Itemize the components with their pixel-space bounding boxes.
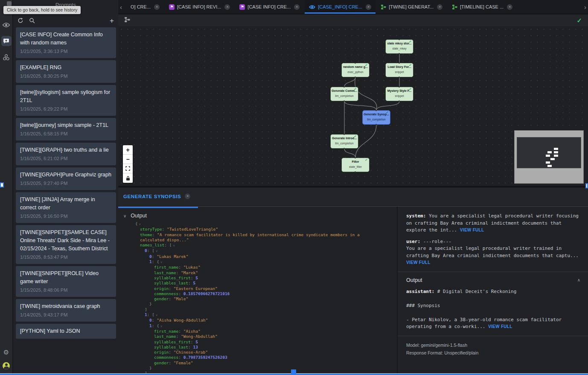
graph-node[interactable]: ✓random name g...exec_python — [341, 63, 370, 77]
close-icon[interactable]: × — [294, 4, 300, 10]
minimap-node — [554, 155, 558, 157]
graph-node[interactable]: ✓Generate Synop...llm_completion — [362, 110, 390, 125]
json-line: gender: "Male" — [118, 296, 380, 302]
selection-handle-left[interactable] — [0, 182, 4, 188]
tab-generate-synopsis[interactable]: GENERATE SYNOPSIS × — [123, 193, 190, 199]
minimap[interactable] — [514, 130, 584, 184]
history-tooltip: Click to go back, hold to see history — [3, 6, 81, 14]
tab--timeline-case-[interactable]: [TIMELINE] CASE ...× — [448, 0, 517, 14]
close-icon[interactable]: × — [154, 4, 160, 10]
json-token-pn: [ — [152, 312, 154, 317]
prompt-list-item[interactable]: [twine][journey] simple sample - 2T1L1/1… — [16, 118, 116, 141]
json-token-key: first_name — [154, 265, 178, 270]
json-line: first_name: "Lukas" — [118, 265, 380, 270]
json-token-key: syllables_first — [154, 275, 191, 280]
json-token-key: syllables_first — [154, 340, 191, 344]
bottom-section: GENERATE SYNOPSIS × ∨ Output {∨storyType… — [118, 186, 588, 375]
zoom-out-button[interactable]: − — [123, 155, 133, 164]
json-token-key: storyType — [140, 227, 162, 231]
graph-knot-nav-icon[interactable] — [1, 52, 12, 62]
json-token-pn: { — [157, 323, 159, 328]
prompt-list-item[interactable]: [twine][syllogism] sample syllogism for … — [16, 85, 116, 116]
view-full-link[interactable]: VIEW FULL — [406, 260, 431, 265]
json-token-chev: ∨ — [160, 261, 162, 264]
json-line: theme: "A romance scam facilitator is ki… — [118, 232, 380, 243]
fit-view-button[interactable] — [123, 164, 133, 173]
close-icon[interactable]: × — [224, 4, 230, 10]
json-token-pn: : — [178, 329, 183, 334]
graph-node[interactable]: ✓Generate Comm...llm_completion — [330, 87, 358, 101]
right-output-header[interactable]: Output ∧ — [406, 277, 580, 283]
json-token-pn: : — [169, 350, 173, 354]
prompt-list-item[interactable]: [TWINE][GRAPH]Pure Graphviz graph1/15/20… — [16, 167, 116, 190]
json-token-str: "Wong-Abdullah" — [181, 334, 218, 339]
prompt-list-item[interactable]: [PYTHON] Yaml to JSON — [16, 324, 116, 339]
prompt-list-item[interactable]: [TWINE][SNIPPET][ROLE] Video game writer… — [16, 266, 116, 297]
node-check-icon: ✓ — [386, 111, 389, 114]
json-token-str: "A romance scam facilitator is killed by… — [140, 232, 362, 242]
tab--case-info-cre-[interactable]: ⚑[CASE INFO] CRE...× — [235, 0, 304, 14]
prompt-item-title: [TWINE] [JINJA] Array merge in correct o… — [20, 196, 112, 212]
graph-node[interactable]: ✓Generate Introd...llm_completion — [330, 134, 358, 149]
icon-rail: ⚙ — [0, 0, 13, 375]
zoom-in-button[interactable]: + — [123, 145, 133, 155]
close-icon[interactable]: × — [185, 193, 190, 199]
lock-button[interactable] — [123, 173, 133, 183]
tab-o-cre-[interactable]: O] CRE...× — [124, 0, 164, 14]
close-icon[interactable]: × — [507, 4, 512, 10]
json-token-pn: : — [188, 345, 193, 349]
bottom-tab-label: GENERATE SYNOPSIS — [123, 194, 181, 199]
tabs-scroll-left-icon[interactable]: ‹ — [118, 4, 124, 10]
node-check-icon: ✓ — [354, 88, 357, 91]
close-icon[interactable]: × — [437, 4, 442, 10]
refresh-icon[interactable] — [17, 18, 23, 23]
close-icon[interactable]: × — [366, 4, 371, 10]
json-line: 1: [∨ — [118, 312, 380, 318]
tab-label: [CASE_INFO] CRE... — [318, 4, 362, 9]
graph-canvas[interactable]: ✓state mkey stor...state_mkey✓random nam… — [118, 26, 588, 186]
gear-icon[interactable]: ⚙ — [1, 347, 12, 357]
prompt-detail-panel: system: You are a specialist legal proce… — [397, 207, 588, 375]
user-avatar-icon[interactable] — [1, 360, 12, 371]
output-section-header[interactable]: ∨ Output — [118, 207, 397, 221]
flag-icon: ⚑ — [169, 4, 175, 10]
prompt-list-item[interactable]: [TWINE] [JINJA] Array merge in correct o… — [16, 192, 116, 223]
view-full-link[interactable]: VIEW FULL — [488, 324, 512, 329]
json-token-pn: { — [157, 259, 159, 264]
selection-handle-bottom[interactable] — [291, 369, 296, 375]
add-prompt-button[interactable]: + — [110, 17, 114, 24]
graph-node[interactable]: ✓Filterstate_filter — [341, 158, 370, 172]
prompt-list-item[interactable]: [TWINE][GRAPH} two truths and a lie1/16/… — [16, 143, 116, 165]
node-subtitle: state_filter — [342, 165, 369, 168]
prompt-list-item[interactable]: [TWINE][SNIPPET][SAMPLE CASE] Online Thr… — [16, 225, 116, 264]
json-token-key: commonness — [154, 291, 178, 296]
flag-icon: ⚑ — [239, 4, 245, 10]
tab--case-info-cre-[interactable]: [CASE_INFO] CRE...× — [305, 0, 376, 14]
view-full-link[interactable]: VIEW FULL — [460, 228, 484, 232]
node-check-icon: ✓ — [409, 40, 412, 44]
tab--twine-generat-[interactable]: [TWINE] GENERAT...× — [376, 0, 447, 14]
json-line: 0: [∨ — [118, 248, 380, 254]
prompts-nav-icon[interactable] — [1, 36, 12, 46]
bottom-tab-row: GENERATE SYNOPSIS × — [118, 186, 588, 207]
selection-handle-right[interactable] — [585, 183, 588, 188]
search-icon[interactable] — [29, 18, 35, 23]
eye-nav-icon[interactable] — [1, 20, 12, 30]
tab--case-info-revi-[interactable]: ⚑[CASE INFO] REVI...× — [165, 0, 234, 14]
prompt-list-item[interactable]: [CASE INFO] Create Common Info with rand… — [16, 27, 116, 58]
prompt-list-item[interactable]: [EXAMPLE] RNG1/16/2025, 8:30:25 PM — [16, 60, 116, 83]
graph-node[interactable]: ✓Load Story For...snippet — [385, 63, 413, 77]
prompt-item-timestamp: 1/16/2025, 8:30:25 PM — [20, 73, 112, 79]
prompt-item-timestamp: 1/16/2025, 6:29:22 PM — [20, 106, 112, 112]
json-token-num: 0.7987359247526203 — [183, 355, 227, 360]
prompt-list: [CASE INFO] Create Common Info with rand… — [16, 27, 116, 375]
json-token-pn: } — [149, 366, 152, 370]
prompt-list-item[interactable]: [TWINE] metroidvania case graph1/14/2025… — [16, 299, 116, 322]
json-tree[interactable]: {∨storyType: "TwistedLoveTriangle"theme:… — [118, 221, 397, 375]
graph-node[interactable]: ✓state mkey stor...state_mkey — [385, 39, 413, 54]
chevron-up-icon[interactable]: ∧ — [577, 278, 580, 282]
graph-node[interactable]: ✓Mystery Style F...snippet — [385, 87, 413, 101]
json-line: 1: {∨ — [118, 323, 380, 329]
system-message: system: You are a specialist legal proce… — [406, 213, 580, 234]
tabs-scroll-right-icon[interactable]: › — [582, 4, 588, 10]
